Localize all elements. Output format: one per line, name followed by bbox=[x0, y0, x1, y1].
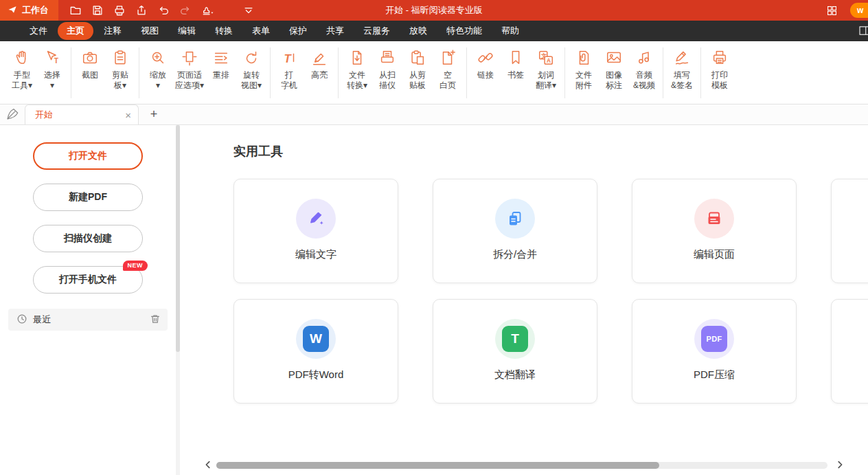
sidebar-vertical-scrollbar[interactable] bbox=[176, 125, 180, 475]
ribbon-zoom[interactable]: 缩放 ▾ bbox=[143, 46, 173, 92]
ribbon-print-template[interactable]: 打印 模板 bbox=[705, 46, 735, 92]
ribbon-item-label: 划词 翻译▾ bbox=[536, 70, 556, 91]
menu-item-comment[interactable]: 注释 bbox=[95, 22, 130, 40]
menu-item-convert[interactable]: 转换 bbox=[206, 22, 242, 40]
edit-text-icon bbox=[296, 199, 336, 239]
customize-toolbar-icon[interactable] bbox=[240, 2, 258, 19]
ribbon-item-label: 填写 &签名 bbox=[671, 70, 693, 91]
card-pdf-compress[interactable]: PDF PDF压缩 bbox=[632, 299, 797, 404]
stamp-dropdown-icon[interactable] bbox=[198, 2, 216, 19]
trash-icon[interactable] bbox=[150, 313, 161, 327]
quill-pen-icon[interactable] bbox=[0, 104, 25, 124]
ribbon-item-label: 文件 转换▾ bbox=[347, 70, 367, 91]
ribbon-rotate-view[interactable]: 旋转 视图▾ bbox=[236, 46, 266, 92]
bookmark-icon bbox=[507, 47, 525, 68]
convert-files-icon bbox=[348, 47, 366, 68]
from-scanner-icon bbox=[378, 47, 396, 68]
ribbon-image-annotation[interactable]: 图像 标注 bbox=[599, 46, 629, 92]
new-pdf-button[interactable]: 新建PDF bbox=[33, 184, 143, 211]
card-label: 文档翻译 bbox=[494, 368, 536, 382]
redo-icon[interactable] bbox=[176, 2, 194, 19]
ribbon-divider bbox=[270, 47, 271, 98]
attachment-icon bbox=[575, 47, 593, 68]
horizontal-scrollbar[interactable] bbox=[216, 462, 827, 469]
rotate-view-icon bbox=[242, 47, 260, 68]
ribbon-audio-video[interactable]: 音频 &视频 bbox=[629, 46, 659, 92]
tab-start[interactable]: 开始 × bbox=[25, 104, 139, 124]
member-button[interactable]: w bbox=[850, 3, 868, 18]
ribbon-from-scanner[interactable]: 从扫 描仪 bbox=[372, 46, 402, 92]
tab-close-icon[interactable]: × bbox=[125, 110, 131, 120]
ribbon-divider bbox=[466, 47, 467, 98]
workspace-button[interactable]: 工作台 bbox=[0, 0, 58, 21]
menu-item-home[interactable]: 主页 bbox=[58, 22, 93, 40]
apps-grid-icon[interactable] bbox=[823, 2, 841, 19]
vertical-scrollbar-thumb[interactable] bbox=[176, 125, 180, 352]
ribbon-item-label: 高亮 bbox=[311, 70, 328, 80]
ribbon-snapshot[interactable]: 截图 bbox=[75, 46, 105, 82]
horizontal-scrollbar-thumb[interactable] bbox=[216, 462, 659, 469]
save-icon[interactable] bbox=[89, 2, 106, 19]
ribbon-divider bbox=[71, 47, 71, 98]
print-template-icon bbox=[711, 47, 729, 68]
menu-item-edit[interactable]: 编辑 bbox=[169, 22, 205, 40]
print-icon[interactable] bbox=[111, 2, 128, 19]
ribbon-item-label: 打印 模板 bbox=[711, 70, 728, 91]
scroll-left-icon[interactable] bbox=[201, 459, 215, 471]
pdf-to-word-icon: W bbox=[296, 319, 336, 359]
ribbon-divider bbox=[564, 47, 565, 98]
card-doc-translate[interactable]: T 文档翻译 bbox=[433, 299, 597, 404]
card-partial[interactable] bbox=[831, 179, 868, 283]
ribbon-clipboard[interactable]: 剪贴 板▾ bbox=[105, 46, 135, 92]
undo-icon[interactable] bbox=[155, 2, 172, 19]
menu-item-protect[interactable]: 保护 bbox=[280, 22, 316, 40]
menu-item-features[interactable]: 特色功能 bbox=[437, 22, 491, 40]
card-split-merge[interactable]: 拆分/合并 bbox=[433, 179, 597, 283]
card-pdf-to-word[interactable]: W PDF转Word bbox=[233, 299, 398, 404]
menu-item-view[interactable]: 视图 bbox=[132, 22, 168, 40]
scanner-create-button[interactable]: 扫描仪创建 bbox=[33, 225, 143, 252]
ribbon-word-translate[interactable]: 文A 划词 翻译▾ bbox=[531, 46, 561, 92]
ribbon-fit-page[interactable]: 页面适 应选项▾ bbox=[173, 46, 206, 92]
ribbon-item-label: 书签 bbox=[507, 70, 524, 80]
open-file-icon[interactable] bbox=[67, 2, 84, 19]
panel-toggle-icon[interactable] bbox=[859, 26, 868, 38]
ribbon-item-label: 图像 标注 bbox=[606, 70, 622, 91]
scroll-right-icon[interactable] bbox=[833, 459, 847, 471]
ribbon-item-label: 页面适 应选项▾ bbox=[175, 70, 204, 91]
card-edit-page[interactable]: 编辑页面 bbox=[632, 179, 797, 283]
card-label: 编辑文字 bbox=[295, 248, 336, 261]
menu-item-cloud[interactable]: 云服务 bbox=[354, 22, 399, 40]
recent-files-header[interactable]: 最近 bbox=[8, 309, 168, 331]
menu-item-file[interactable]: 文件 bbox=[21, 22, 56, 40]
main-content: 实用工具 编辑文字 拆分/合并 编辑页面 W PDF转Word T 文档翻译 P… bbox=[180, 125, 868, 475]
ribbon-select[interactable]: T 选择 ▾ bbox=[37, 46, 67, 92]
card-edit-text[interactable]: 编辑文字 bbox=[233, 179, 398, 283]
quick-access-toolbar bbox=[67, 2, 258, 19]
scanner-create-label: 扫描仪创建 bbox=[64, 232, 112, 245]
ribbon-item-label: 从剪 贴板 bbox=[409, 70, 426, 91]
open-file-button[interactable]: 打开文件 bbox=[33, 142, 143, 170]
open-mobile-file-button[interactable]: 打开手机文件 NEW bbox=[33, 266, 143, 294]
ribbon-file-attachment[interactable]: 文件 附件 bbox=[569, 46, 599, 92]
export-icon[interactable] bbox=[133, 2, 150, 19]
ribbon-link[interactable]: 链接 bbox=[470, 46, 501, 82]
ribbon-highlight[interactable]: 高亮 bbox=[304, 46, 334, 82]
menu-item-slideshow[interactable]: 放映 bbox=[400, 22, 436, 40]
translate-icon: 文A bbox=[537, 47, 555, 68]
ribbon-typewriter[interactable]: T 打 字机 bbox=[274, 46, 304, 92]
ribbon-fill-sign[interactable]: 填写 &签名 bbox=[667, 46, 697, 92]
edit-page-icon bbox=[694, 199, 734, 239]
menu-item-form[interactable]: 表单 bbox=[243, 22, 279, 40]
menu-item-help[interactable]: 帮助 bbox=[492, 22, 528, 40]
ribbon-reflow[interactable]: 重排 bbox=[206, 46, 236, 82]
new-tab-button[interactable]: + bbox=[144, 104, 163, 124]
ribbon-blank-page[interactable]: 空 白页 bbox=[433, 46, 463, 92]
ribbon-from-clipboard[interactable]: 从剪 贴板 bbox=[402, 46, 433, 92]
menu-item-share[interactable]: 共享 bbox=[317, 22, 353, 40]
card-partial[interactable] bbox=[831, 299, 868, 404]
ribbon-convert-files[interactable]: 文件 转换▾ bbox=[342, 46, 372, 92]
ribbon-bookmark[interactable]: 书签 bbox=[501, 46, 531, 82]
titlebar: 开始 - 福昕阅读器专业版 工作台 bbox=[0, 0, 868, 21]
ribbon-hand-tool[interactable]: 手型 工具▾ bbox=[7, 46, 37, 92]
